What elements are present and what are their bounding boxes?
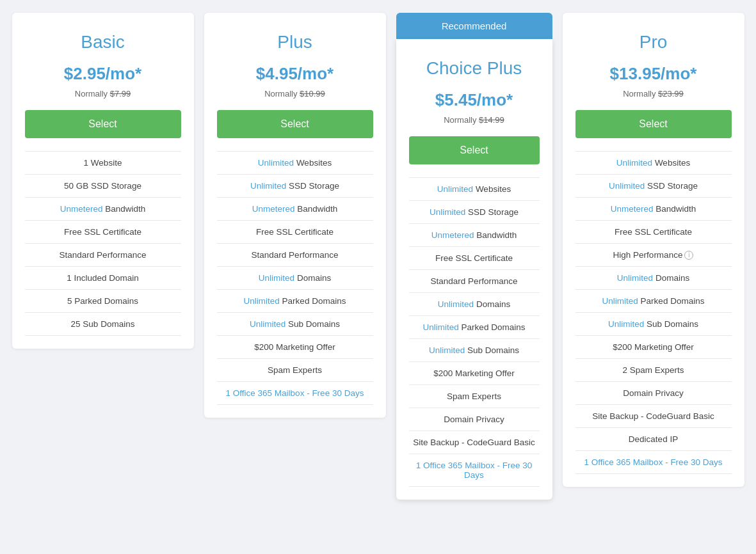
plan-name: Basic — [25, 32, 181, 52]
feature-highlight: Unlimited — [608, 319, 644, 329]
feature-item: Unmetered Bandwidth — [575, 198, 732, 221]
feature-highlight: Unmetered — [611, 204, 654, 214]
feature-item: Unlimited Sub Domains — [217, 313, 373, 336]
feature-item: Spam Experts — [409, 385, 540, 408]
feature-item: 1 Included Domain — [25, 267, 181, 290]
feature-item: Spam Experts — [217, 359, 373, 382]
feature-item: Domain Privacy — [575, 382, 732, 405]
feature-list: 1 Website50 GB SSD StorageUnmetered Band… — [25, 151, 181, 336]
plan-price: $2.95/mo* — [25, 64, 181, 84]
plan-normal-price: Normally $23.99 — [575, 89, 732, 99]
feature-highlight: Unmetered — [252, 204, 295, 214]
feature-highlight: Unlimited — [258, 158, 294, 168]
feature-item: 25 Sub Domains — [25, 313, 181, 336]
feature-item: Unlimited SSD Storage — [575, 175, 732, 198]
feature-item: Domain Privacy — [409, 408, 540, 431]
plan-inner: Choice Plus$5.45/mo*Normally $14.99Selec… — [396, 39, 552, 500]
feature-item: Unmetered Bandwidth — [409, 224, 540, 247]
feature-item: 50 GB SSD Storage — [25, 175, 181, 198]
plan-card-plus: Plus$4.95/mo*Normally $10.99SelectUnlimi… — [204, 13, 386, 418]
plan-price: $4.95/mo* — [217, 64, 373, 84]
recommended-badge: Recommended — [396, 13, 552, 39]
plan-name: Pro — [575, 32, 732, 52]
select-button-basic[interactable]: Select — [25, 110, 181, 138]
feature-item: Standard Performance — [409, 270, 540, 293]
feature-item: 5 Parked Domains — [25, 290, 181, 313]
plan-name: Plus — [217, 32, 373, 52]
feature-item: 1 Office 365 Mailbox - Free 30 Days — [575, 451, 732, 474]
feature-item: Unlimited Sub Domains — [409, 339, 540, 362]
feature-item: $200 Marketing Offer — [217, 336, 373, 359]
select-button-plus[interactable]: Select — [217, 110, 373, 138]
feature-highlight: Unmetered — [431, 230, 474, 240]
plan-price: $13.95/mo* — [575, 64, 732, 84]
feature-item: Dedicated IP — [575, 428, 732, 451]
plan-normal-price: Normally $10.99 — [217, 89, 373, 99]
feature-highlight: Unlimited — [429, 345, 465, 355]
feature-item: Site Backup - CodeGuard Basic — [575, 405, 732, 428]
plan-card-basic: Basic$2.95/mo*Normally $7.99Select1 Webs… — [12, 13, 194, 349]
feature-list: Unlimited WebsitesUnlimited SSD StorageU… — [217, 151, 373, 405]
feature-list: Unlimited WebsitesUnlimited SSD StorageU… — [409, 177, 540, 487]
feature-highlight: Unmetered — [60, 204, 103, 214]
feature-item: Standard Performance — [217, 244, 373, 267]
feature-item: Free SSL Certificate — [25, 221, 181, 244]
feature-item: High Performancei — [575, 244, 732, 267]
feature-item: Unlimited SSD Storage — [217, 175, 373, 198]
plan-normal-price: Normally $7.99 — [25, 89, 181, 99]
info-icon[interactable]: i — [684, 251, 693, 260]
feature-item: Unlimited Parked Domains — [575, 290, 732, 313]
office365-link[interactable]: 1 Office 365 Mailbox - Free 30 Days — [416, 461, 532, 480]
feature-item: Unlimited SSD Storage — [409, 201, 540, 224]
feature-item: Standard Performance — [25, 244, 181, 267]
feature-item: Free SSL Certificate — [409, 247, 540, 270]
feature-highlight: Unlimited — [602, 296, 638, 306]
feature-list: Unlimited WebsitesUnlimited SSD StorageU… — [575, 151, 732, 474]
feature-item: Unlimited Websites — [217, 152, 373, 175]
feature-highlight: Unlimited — [438, 299, 474, 309]
feature-item: Unlimited Domains — [409, 293, 540, 316]
select-button-pro[interactable]: Select — [575, 110, 732, 138]
feature-highlight: Unlimited — [250, 181, 286, 191]
feature-highlight: Unlimited — [437, 184, 473, 194]
pricing-wrapper: Basic$2.95/mo*Normally $7.99Select1 Webs… — [7, 13, 750, 500]
plan-name: Choice Plus — [409, 58, 540, 79]
feature-item: Site Backup - CodeGuard Basic — [409, 431, 540, 454]
office365-link[interactable]: 1 Office 365 Mailbox - Free 30 Days — [226, 388, 364, 398]
feature-item: 1 Website — [25, 152, 181, 175]
select-button-choice-plus[interactable]: Select — [409, 136, 540, 164]
feature-item: Unmetered Bandwidth — [25, 198, 181, 221]
feature-highlight: Unlimited — [244, 296, 280, 306]
feature-highlight: Unlimited — [609, 181, 645, 191]
feature-item: Unlimited Websites — [575, 152, 732, 175]
feature-item: Unlimited Domains — [217, 267, 373, 290]
office365-link[interactable]: 1 Office 365 Mailbox - Free 30 Days — [584, 457, 723, 467]
feature-highlight: Unlimited — [617, 273, 653, 283]
feature-item: Unlimited Websites — [409, 178, 540, 201]
feature-item: Unmetered Bandwidth — [217, 198, 373, 221]
feature-item: Free SSL Certificate — [217, 221, 373, 244]
feature-highlight: Unlimited — [616, 158, 652, 168]
feature-item: $200 Marketing Offer — [409, 362, 540, 385]
feature-item: 2 Spam Experts — [575, 359, 732, 382]
feature-item: $200 Marketing Offer — [575, 336, 732, 359]
feature-item: Unlimited Sub Domains — [575, 313, 732, 336]
feature-highlight: Unlimited — [430, 207, 465, 217]
plan-price: $5.45/mo* — [409, 90, 540, 110]
feature-highlight: Unlimited — [259, 273, 294, 283]
plan-normal-price: Normally $14.99 — [409, 115, 540, 125]
feature-item: Unlimited Parked Domains — [409, 316, 540, 339]
plan-card-choice-plus: RecommendedChoice Plus$5.45/mo*Normally … — [396, 13, 552, 500]
feature-highlight: Unlimited — [250, 319, 286, 329]
feature-item: Unlimited Domains — [575, 267, 732, 290]
feature-item: Free SSL Certificate — [575, 221, 732, 244]
feature-item: 1 Office 365 Mailbox - Free 30 Days — [409, 454, 540, 487]
feature-item: Unlimited Parked Domains — [217, 290, 373, 313]
plan-card-pro: Pro$13.95/mo*Normally $23.99SelectUnlimi… — [563, 13, 744, 487]
feature-item: 1 Office 365 Mailbox - Free 30 Days — [217, 382, 373, 405]
feature-highlight: Unlimited — [423, 322, 459, 332]
